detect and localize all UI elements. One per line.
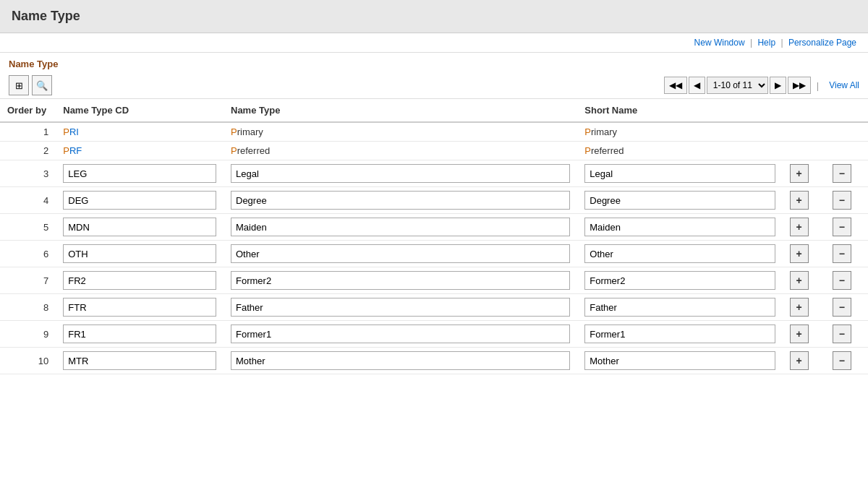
remove-row-button[interactable]: − [833,298,851,317]
remove-action-cell[interactable]: − [825,187,868,214]
name-type-input[interactable] [231,298,570,317]
short-name-cell[interactable] [577,321,782,348]
next-page-button[interactable]: ▶ [770,77,786,94]
short-name-cell[interactable] [577,160,782,187]
short-name-cell[interactable] [577,294,782,321]
remove-row-button[interactable]: − [833,191,851,210]
cd-input[interactable] [63,351,216,370]
name-type-cell[interactable] [224,267,577,294]
remove-action-cell[interactable]: − [825,241,868,267]
cd-cell[interactable] [56,267,224,294]
cd-input[interactable] [63,218,216,236]
prev-page-button[interactable]: ◀ [689,77,705,94]
personalize-link[interactable]: Personalize Page [788,38,856,48]
cd-cell[interactable] [56,321,224,348]
cd-cell[interactable] [56,187,224,214]
cd-link[interactable]: PRF [63,145,82,156]
cd-cell[interactable] [56,214,224,241]
name-type-cell[interactable] [224,214,577,241]
add-row-button[interactable]: + [790,164,809,183]
short-name-cell[interactable] [577,187,782,214]
cd-cell[interactable]: PRI [56,122,224,142]
cd-input[interactable] [63,191,216,210]
remove-row-button[interactable]: − [833,244,851,263]
add-action-cell[interactable]: + [783,348,825,374]
add-action-cell[interactable]: + [783,187,825,214]
last-page-button[interactable]: ▶▶ [788,77,811,94]
name-type-cell[interactable] [224,187,577,214]
short-name-cell[interactable] [577,241,782,267]
cd-cell[interactable] [56,241,224,267]
short-name-input[interactable] [584,244,775,263]
cd-input[interactable] [63,244,216,263]
first-page-button[interactable]: ◀◀ [664,77,687,94]
cd-input[interactable] [63,271,216,290]
name-type-input[interactable] [231,351,570,370]
add-row-button[interactable]: + [790,298,809,317]
add-row-button[interactable]: + [790,191,809,210]
cd-input[interactable] [63,164,216,183]
name-type-cell[interactable] [224,160,577,187]
add-row-button[interactable]: + [790,324,809,343]
add-row-button[interactable]: + [790,271,809,290]
add-action-cell[interactable]: + [783,267,825,294]
cd-link[interactable]: PRI [63,126,79,137]
remove-action-cell[interactable]: − [825,267,868,294]
remove-row-button[interactable]: − [833,271,851,290]
short-name-input[interactable] [584,271,775,290]
cd-cell[interactable] [56,160,224,187]
grid-view-button[interactable]: ⊞ [9,75,29,95]
short-name-cell[interactable] [577,348,782,374]
short-name-input[interactable] [584,218,775,236]
add-action-cell [783,122,825,142]
name-type-input[interactable] [231,218,570,236]
name-type-input[interactable] [231,244,570,263]
cd-rest: RF [69,145,82,156]
add-row-button[interactable]: + [790,244,809,263]
remove-action-cell[interactable]: − [825,348,868,374]
add-action-cell[interactable]: + [783,214,825,241]
remove-row-button[interactable]: − [833,164,851,183]
help-link[interactable]: Help [757,38,775,48]
remove-action-cell[interactable]: − [825,160,868,187]
remove-action-cell[interactable]: − [825,214,868,241]
table-row: 1 PRI Primary Primary [0,122,868,142]
short-name-input[interactable] [584,351,775,370]
name-type-cell[interactable] [224,294,577,321]
short-name-input[interactable] [584,298,775,317]
short-name-cell[interactable] [577,267,782,294]
add-action-cell[interactable]: + [783,321,825,348]
name-type-input[interactable] [231,191,570,210]
remove-action-cell[interactable]: − [825,294,868,321]
cd-cell[interactable] [56,294,224,321]
name-type-cell[interactable] [224,321,577,348]
short-name-input[interactable] [584,164,775,183]
name-type-input[interactable] [231,271,570,290]
add-action-cell[interactable]: + [783,294,825,321]
cd-input[interactable] [63,324,216,343]
name-type-cell[interactable] [224,348,577,374]
short-name-input[interactable] [584,324,775,343]
remove-row-button[interactable]: − [833,351,851,370]
short-name-cell[interactable] [577,214,782,241]
page-range-select[interactable]: 1-10 of 11 [707,77,768,94]
remove-action-cell[interactable]: − [825,321,868,348]
name-type-input[interactable] [231,324,570,343]
cd-input[interactable] [63,298,216,317]
name-type-cell[interactable] [224,241,577,267]
order-cell: 8 [0,294,56,321]
remove-row-button[interactable]: − [833,218,851,236]
name-type-input[interactable] [231,164,570,183]
add-action-cell[interactable]: + [783,160,825,187]
short-name-input[interactable] [584,191,775,210]
view-all-link[interactable]: View All [829,80,859,90]
order-cell: 4 [0,187,56,214]
cd-cell[interactable] [56,348,224,374]
add-row-button[interactable]: + [790,218,809,236]
search-button[interactable]: 🔍 [32,75,52,95]
remove-row-button[interactable]: − [833,324,851,343]
add-row-button[interactable]: + [790,351,809,370]
new-window-link[interactable]: New Window [694,38,745,48]
cd-cell[interactable]: PRF [56,142,224,160]
add-action-cell[interactable]: + [783,241,825,267]
